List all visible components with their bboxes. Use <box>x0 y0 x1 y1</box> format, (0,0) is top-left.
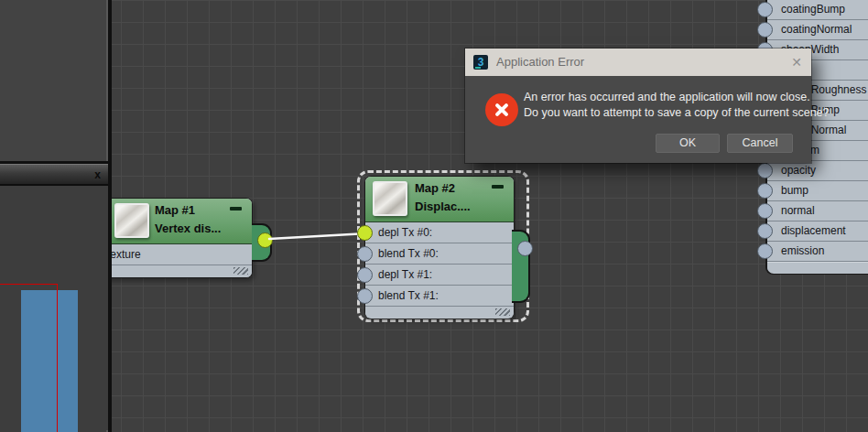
input-socket[interactable] <box>757 163 773 178</box>
input-socket[interactable] <box>757 203 773 219</box>
slot-row: coatingNormal <box>767 20 868 40</box>
collapse-icon[interactable] <box>492 185 504 189</box>
slot-row: emission <box>767 242 868 262</box>
ok-button[interactable]: OK <box>656 134 720 153</box>
slot-row: depl Tx #0: <box>365 222 514 243</box>
map1-subtitle: Vertex dis... <box>155 220 221 238</box>
slot-label: coatingBump <box>781 3 845 16</box>
message-line-1: An error has occurred and the applicatio… <box>524 90 830 105</box>
map1-node[interactable]: Map #1 Vertex dis... texture <box>101 198 253 278</box>
panel-titlebar[interactable]: x <box>0 164 108 186</box>
resize-grip-icon[interactable] <box>233 267 248 275</box>
slot-label: displacement <box>781 224 846 237</box>
slot-label: bump <box>781 184 808 197</box>
map1-name: Map #1 <box>155 201 221 220</box>
3dsmax-app-icon: 3 <box>473 55 488 70</box>
input-socket-depl-tx1[interactable] <box>357 267 373 283</box>
slot-row: blend Tx #1: <box>365 286 514 307</box>
panel-body <box>0 186 108 430</box>
slot-row: normal <box>767 201 868 221</box>
map2-node-header[interactable]: Map #2 Displac.... <box>365 177 514 222</box>
slot-label: coatingNormal <box>781 23 852 36</box>
collapse-icon[interactable] <box>230 207 242 211</box>
slot-label: blend Tx #1: <box>378 289 439 302</box>
application-error-dialog: 3 Application Error ✕ An error has occur… <box>465 49 811 163</box>
node-footer <box>365 307 514 319</box>
input-socket[interactable] <box>757 223 773 239</box>
panel-close-icon[interactable]: x <box>94 168 101 181</box>
dialog-body: An error has occurred and the applicatio… <box>465 76 811 163</box>
slot-label: blend Tx #0: <box>378 247 439 260</box>
slot-label: depl Tx #1: <box>378 268 432 281</box>
input-socket[interactable] <box>757 243 773 259</box>
dialog-titlebar[interactable]: 3 Application Error ✕ <box>465 49 811 76</box>
resize-grip-icon[interactable] <box>495 308 510 316</box>
slot-label: texture <box>107 248 141 261</box>
node-footer <box>102 265 252 277</box>
input-socket-depl-tx0[interactable] <box>357 225 373 241</box>
map1-node-header[interactable]: Map #1 Vertex dis... <box>102 199 252 244</box>
map2-node[interactable]: Map #2 Displac.... depl Tx #0: blend Tx … <box>364 176 515 319</box>
slot-row: coatingBump <box>767 0 868 20</box>
slot-row: blend Tx #0: <box>365 243 514 265</box>
input-socket[interactable] <box>757 22 773 38</box>
close-icon[interactable]: ✕ <box>791 54 802 70</box>
left-top-panel <box>0 0 112 164</box>
map2-thumbnail <box>373 181 407 216</box>
slot-label: opacity <box>781 164 816 177</box>
map2-subtitle: Displac.... <box>415 198 471 216</box>
left-bottom-panel: x <box>0 164 112 432</box>
slot-row: opacity <box>767 161 868 181</box>
output-socket[interactable] <box>517 241 533 256</box>
error-icon <box>485 93 518 126</box>
node-footer <box>767 262 868 274</box>
map2-title: Map #2 Displac.... <box>415 179 471 216</box>
map1-thumbnail <box>114 203 149 238</box>
slot-label: emission <box>781 244 824 257</box>
message-line-2: Do you want to attempt to save a copy of… <box>524 105 830 121</box>
map2-name: Map #2 <box>415 179 471 198</box>
input-socket[interactable] <box>757 2 773 17</box>
cancel-button[interactable]: Cancel <box>727 134 793 153</box>
dialog-title: Application Error <box>496 55 584 69</box>
slot-row: depl Tx #1: <box>365 265 514 286</box>
input-socket-blend-tx1[interactable] <box>357 288 373 304</box>
input-socket[interactable] <box>757 183 773 199</box>
dialog-message: An error has occurred and the applicatio… <box>524 90 830 121</box>
slot-row: bump <box>767 181 868 201</box>
output-socket[interactable] <box>257 232 273 248</box>
preview-red-outline <box>0 284 58 432</box>
slate-material-editor: coatingBump coatingNormal sheenWidth she… <box>0 0 868 432</box>
slot-label: depl Tx #0: <box>378 226 432 239</box>
slot-row: displacement <box>767 221 868 242</box>
slot-row: texture <box>102 244 252 265</box>
input-socket-blend-tx0[interactable] <box>357 246 373 262</box>
map1-title: Map #1 Vertex dis... <box>155 201 221 238</box>
slot-label: normal <box>781 204 815 217</box>
